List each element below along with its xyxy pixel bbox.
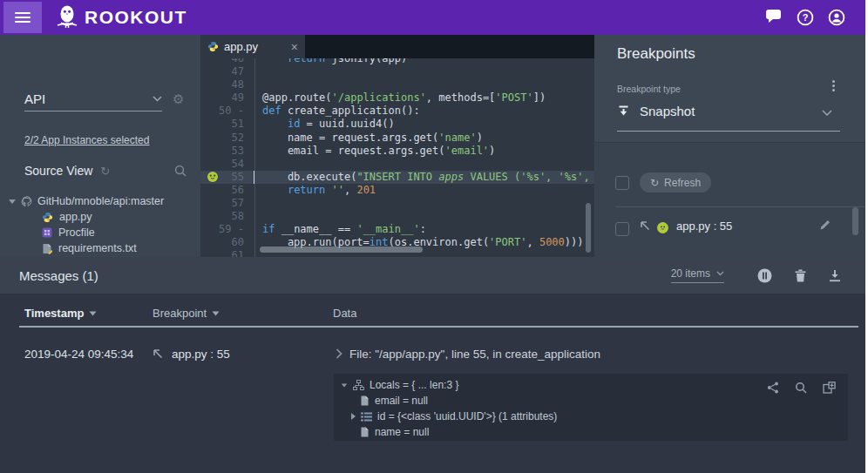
gutter-divider: [254, 58, 255, 257]
code-line[interactable]: 52 name = request.args.get('name'): [200, 132, 594, 145]
code-line[interactable]: 51 id = uuid.uuid4(): [200, 118, 594, 131]
refresh-icon: ↻: [650, 178, 659, 188]
column-header-breakpoint[interactable]: Breakpoint: [153, 307, 220, 320]
pause-messages-icon[interactable]: [757, 268, 772, 283]
column-label: Breakpoint: [153, 307, 207, 320]
tree-file-app-py[interactable]: app.py: [42, 209, 164, 225]
chevron-down-icon[interactable]: [822, 110, 832, 117]
line-number[interactable]: 59 -: [200, 223, 251, 236]
code-text: name = request.args.get('name'): [251, 132, 483, 145]
app-selector-dropdown[interactable]: API: [24, 87, 162, 111]
document-icon: [360, 427, 370, 437]
sitemap-icon: [353, 380, 364, 390]
tree-file-requirements[interactable]: requirements.txt: [42, 240, 164, 256]
code-text: db.execute("INSERT INTO apps VALUES ('%s…: [251, 171, 594, 184]
code-line[interactable]: 56 return '', 201: [200, 184, 594, 197]
close-tab-icon[interactable]: ×: [291, 40, 298, 54]
line-number[interactable]: 58: [200, 210, 251, 223]
column-header-data: Data: [333, 307, 356, 320]
search-icon[interactable]: [795, 382, 807, 394]
code-line[interactable]: 48: [200, 78, 594, 91]
tree-root-repo[interactable]: GitHub/mnoble/api:master: [9, 193, 164, 209]
chevron-down-icon: [153, 96, 162, 102]
locals-explorer: Locals = { ... len:3 } email = null id =…: [334, 374, 848, 441]
breakpoint-type-value: Snapshot: [640, 104, 695, 118]
user-account-icon[interactable]: [828, 9, 845, 26]
column-label: Timestamp: [24, 307, 84, 320]
code-line[interactable]: 58: [200, 210, 594, 223]
source-tree: GitHub/mnoble/api:master app.py Procfile…: [9, 193, 164, 256]
items-per-page-value: 20 items: [671, 267, 710, 280]
items-per-page-dropdown[interactable]: 20 items: [671, 267, 724, 283]
code-line[interactable]: 59 -if __name__ == '__main__':: [200, 223, 594, 236]
code-line[interactable]: 50 -def create_application():: [200, 105, 594, 118]
expand-row-chevron-icon[interactable]: [336, 348, 342, 359]
code-line[interactable]: 54: [200, 158, 594, 171]
fold-marker[interactable]: -: [232, 223, 244, 235]
locals-var-email[interactable]: email = null: [334, 393, 848, 409]
share-icon[interactable]: [767, 382, 779, 394]
line-number[interactable]: 57: [200, 197, 251, 210]
line-number[interactable]: 53: [200, 145, 251, 158]
python-file-icon: [42, 212, 53, 223]
breakpoint-type-dropdown[interactable]: Snapshot: [617, 104, 695, 118]
chat-icon[interactable]: [765, 9, 783, 26]
caret-down-icon[interactable]: [9, 199, 16, 204]
caret-right-icon[interactable]: [351, 413, 356, 420]
breakpoint-item-label[interactable]: app.py : 55: [676, 220, 732, 233]
breakpoints-scrollbar[interactable]: [852, 207, 858, 235]
locals-var-label: id = {<class 'uuid.UUID'>} (1 attributes…: [377, 410, 557, 422]
gear-icon[interactable]: ⚙: [173, 92, 184, 105]
line-number[interactable]: 48: [200, 78, 251, 91]
code-text: [251, 158, 262, 171]
line-number[interactable]: 60: [200, 236, 251, 249]
caret-down-icon[interactable]: [342, 383, 347, 387]
line-number[interactable]: 49: [200, 91, 251, 105]
hamburger-menu-button[interactable]: [3, 2, 42, 33]
tab-app-py[interactable]: app.py ×: [200, 35, 305, 58]
copy-add-icon[interactable]: [823, 382, 836, 394]
messages-header: Messages (1) 20 items: [0, 257, 865, 294]
locals-var-id[interactable]: id = {<class 'uuid.UUID'>} (1 attributes…: [334, 409, 848, 424]
app-instances-link[interactable]: 2/2 App Instances selected: [24, 134, 149, 146]
locals-var-name[interactable]: name = null: [334, 424, 848, 440]
code-text: return '', 201: [251, 184, 376, 197]
editor-horizontal-scrollbar[interactable]: [260, 247, 423, 253]
editor-vertical-scrollbar[interactable]: [586, 203, 591, 253]
tree-file-procfile[interactable]: Procfile: [42, 225, 164, 240]
clear-messages-trash-icon[interactable]: [795, 269, 806, 282]
line-number[interactable]: 47: [200, 65, 251, 78]
line-number[interactable]: 50 -: [200, 105, 251, 118]
locals-root-label: Locals = { ... len:3 }: [370, 379, 458, 391]
code-line[interactable]: 57: [200, 197, 594, 210]
code-line[interactable]: 55 db.execute("INSERT INTO apps VALUES (…: [200, 171, 594, 184]
select-all-checkbox[interactable]: [615, 176, 629, 190]
breakpoint-icon[interactable]: [207, 172, 218, 182]
messages-table: Timestamp Breakpoint Data 2019-04-24 09:…: [0, 294, 865, 473]
search-icon[interactable]: [174, 165, 186, 177]
source-panel: API ⚙ 2/2 App Instances selected Source …: [0, 35, 200, 257]
line-number[interactable]: 54: [200, 158, 251, 171]
line-number[interactable]: 51: [200, 118, 251, 131]
help-icon[interactable]: ?: [797, 9, 814, 26]
code-line[interactable]: 53 email = request.args.get('email'): [200, 145, 594, 158]
refresh-sources-icon[interactable]: ↻: [100, 166, 110, 177]
edit-breakpoint-icon[interactable]: [819, 219, 831, 231]
kebab-menu-icon[interactable]: [831, 78, 837, 93]
fold-marker[interactable]: -: [232, 105, 244, 117]
code-text: [251, 210, 262, 223]
refresh-button[interactable]: ↻ Refresh: [640, 172, 711, 193]
line-number[interactable]: 61: [200, 249, 251, 257]
app-selector-value: API: [24, 91, 45, 106]
column-header-timestamp[interactable]: Timestamp: [24, 307, 97, 320]
code-line[interactable]: 49@app.route('/applications', methods=['…: [200, 91, 594, 105]
arrow-up-left-icon: [153, 348, 163, 359]
breakpoint-checkbox[interactable]: [615, 222, 629, 236]
code-line[interactable]: 47: [200, 65, 594, 78]
download-messages-icon[interactable]: [829, 269, 841, 282]
line-number[interactable]: 52: [200, 132, 251, 145]
code-text: @app.route('/applications', methods=['PO…: [251, 91, 546, 105]
line-number[interactable]: 56: [200, 184, 251, 197]
tree-file-label: requirements.txt: [58, 242, 137, 254]
dropdown-underline: [617, 131, 840, 132]
